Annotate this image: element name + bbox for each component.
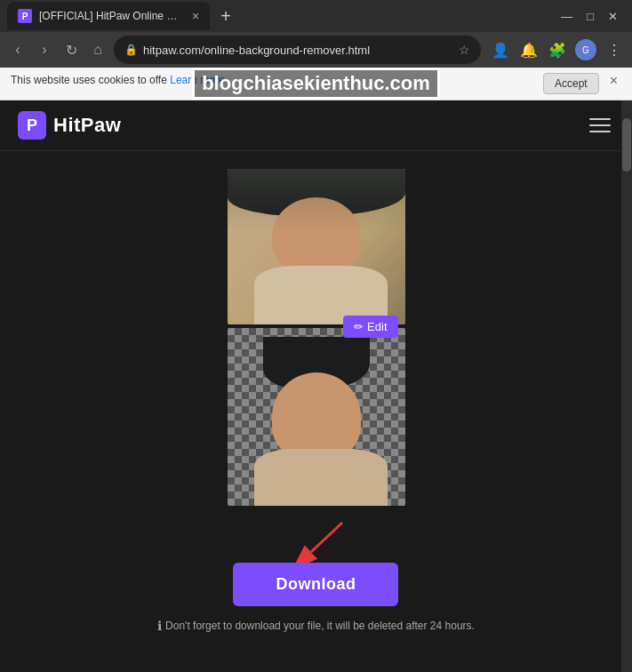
original-image-container xyxy=(228,169,405,324)
tab-close-icon[interactable]: × xyxy=(192,9,199,23)
hamburger-line-2 xyxy=(589,124,611,126)
minimize-button[interactable]: — xyxy=(561,11,572,22)
lock-icon: 🔒 xyxy=(124,44,138,56)
new-tab-button[interactable]: + xyxy=(213,4,238,28)
account-icon[interactable]: 👤 xyxy=(490,39,511,60)
edit-button[interactable]: ✏ Edit xyxy=(343,316,397,338)
close-button[interactable]: ✕ xyxy=(608,11,618,22)
toolbar-icons: 👤 🔔 🧩 G ⋮ xyxy=(490,39,625,60)
title-bar: P [OFFICIAL] HitPaw Online Backgr... × +… xyxy=(0,0,632,32)
site-header: P HitPaw xyxy=(0,100,632,151)
tab-title: [OFFICIAL] HitPaw Online Backgr... xyxy=(39,10,181,22)
avatar[interactable]: G xyxy=(575,39,596,60)
bookmark-icon[interactable]: ☆ xyxy=(459,43,470,57)
hamburger-line-1 xyxy=(589,118,611,120)
accept-button[interactable]: Accept xyxy=(543,73,599,94)
logo-text: HitPaw xyxy=(53,114,121,137)
svg-line-1 xyxy=(311,523,342,552)
maximize-button[interactable]: □ xyxy=(587,11,594,22)
notification-icon[interactable]: 🔔 xyxy=(518,39,540,60)
logo-area: P HitPaw xyxy=(18,111,121,140)
cookie-close-icon[interactable]: × xyxy=(606,73,621,89)
address-bar: ‹ › ↻ ⌂ 🔒 hitpaw.com/online-background-r… xyxy=(0,32,632,68)
extensions-icon[interactable]: 🧩 xyxy=(547,39,568,60)
forward-button[interactable]: › xyxy=(34,39,55,60)
processed-photo xyxy=(228,328,405,506)
original-photo xyxy=(228,169,405,324)
reminder-text: ℹ Don't forget to download your file, it… xyxy=(157,619,475,633)
logo-icon: P xyxy=(18,111,46,140)
back-button[interactable]: ‹ xyxy=(7,39,28,60)
hamburger-menu[interactable] xyxy=(586,115,614,136)
menu-icon[interactable]: ⋮ xyxy=(604,39,625,60)
reload-button[interactable]: ↻ xyxy=(60,39,82,60)
tab-favicon: P xyxy=(18,9,32,23)
active-tab[interactable]: P [OFFICIAL] HitPaw Online Backgr... × xyxy=(7,2,210,30)
cookie-banner: This website uses cookies to offe Learn … xyxy=(0,68,632,100)
page-scroll-area: P HitPaw ✏ xyxy=(0,100,632,672)
processed-image-container: ✏ Edit xyxy=(228,328,405,506)
cookie-text: This website uses cookies to offe Learn … xyxy=(11,73,536,88)
learn-more-link[interactable]: Learn more xyxy=(170,74,224,86)
url-text: hitpaw.com/online-background-remover.htm… xyxy=(143,44,453,57)
info-icon: ℹ xyxy=(157,619,162,633)
download-button[interactable]: Download xyxy=(233,563,398,606)
main-content: ✏ Edit xyxy=(0,151,632,672)
download-section: Download ℹ Don't forget to download your… xyxy=(157,518,475,633)
window-controls: — □ ✕ xyxy=(561,11,625,22)
scrollbar-thumb[interactable] xyxy=(622,118,631,172)
url-box[interactable]: 🔒 hitpaw.com/online-background-remover.h… xyxy=(114,36,481,64)
home-button[interactable]: ⌂ xyxy=(87,39,108,60)
scrollbar[interactable] xyxy=(621,100,632,672)
hamburger-line-3 xyxy=(589,131,611,132)
page-content: P HitPaw ✏ xyxy=(0,100,632,672)
download-arrow xyxy=(262,518,369,563)
